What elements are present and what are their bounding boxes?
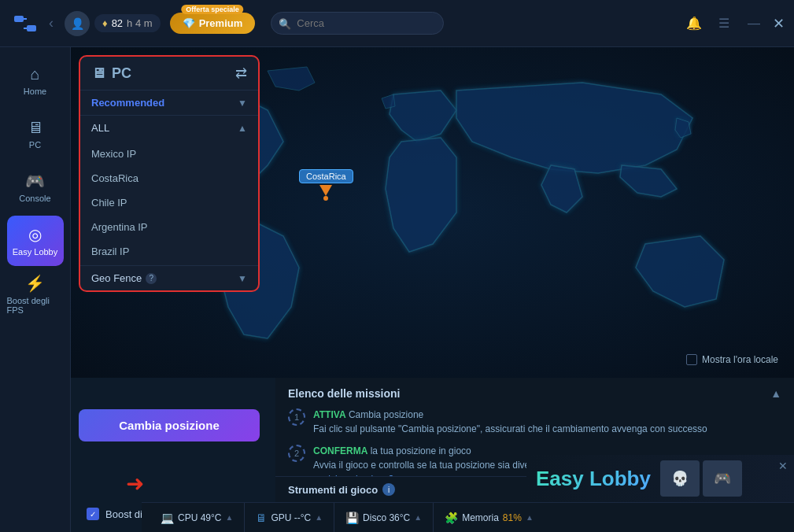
all-section[interactable]: ALL ▲ xyxy=(80,116,258,140)
easy-lobby-overlay: Easy Lobby 💀 🎮 ✕ xyxy=(526,455,794,502)
status-cpu: 💻 CPU 49°C ▲ xyxy=(150,503,245,532)
easy-lobby-thumb-1: 💀 xyxy=(660,460,700,497)
sidebar-item-console[interactable]: 🎮 Console xyxy=(7,162,64,212)
server-item-chile[interactable]: Chile IP xyxy=(80,190,258,215)
local-time-label: Mostra l'ora locale xyxy=(702,354,778,365)
mission-num-2: 2 xyxy=(288,445,305,462)
minimize-icon[interactable]: — xyxy=(743,13,765,35)
server-item-costarica[interactable]: CostaRica xyxy=(80,166,258,190)
platform-icon: 🖥 xyxy=(91,65,105,82)
sidebar-item-easy-lobby[interactable]: ◎ Easy Lobby xyxy=(7,216,64,266)
cpu-arrow: ▲ xyxy=(225,513,233,522)
sidebar-item-label: PC xyxy=(29,140,41,150)
mission-header: Elenco delle missioni ▲ xyxy=(288,387,781,400)
recommended-chevron: ▼ xyxy=(238,98,247,109)
mission-title: Elenco delle missioni xyxy=(288,387,400,400)
geo-fence-chevron: ▼ xyxy=(238,273,247,284)
search-input[interactable] xyxy=(271,12,444,35)
search-icon: 🔍 xyxy=(279,17,291,29)
svg-rect-0 xyxy=(14,16,24,22)
console-icon: 🎮 xyxy=(25,172,45,190)
server-item-mexico[interactable]: Mexico IP xyxy=(80,142,258,166)
menu-icon[interactable]: ☰ xyxy=(713,13,735,35)
arrow-indicator: ➜ xyxy=(126,471,144,497)
recommended-label: Recommended xyxy=(91,97,164,109)
pin-dot xyxy=(323,196,328,201)
switch-platform-button[interactable]: ⇄ xyxy=(235,65,247,82)
xp-display: ♦ 82 h 4 m xyxy=(94,14,161,32)
back-button[interactable]: ‹ xyxy=(49,15,54,31)
status-bar: 💻 CPU 49°C ▲ 🖥 GPU --°C ▲ 💾 Disco 36°C ▲… xyxy=(142,502,794,532)
disk-arrow: ▲ xyxy=(414,513,422,522)
map-pin: CostaRica xyxy=(299,169,353,201)
geo-fence-label: Geo Fence xyxy=(91,272,142,284)
avatar: 👤 xyxy=(65,11,90,36)
disk-label: Disco 36°C xyxy=(363,512,410,523)
dropdown-panel: 🖥 PC ⇄ Recommended ▼ ALL ▲ Mexico IP Cos… xyxy=(79,55,260,292)
change-position-button[interactable]: Cambia posizione xyxy=(79,409,260,441)
sidebar-item-label: Console xyxy=(19,194,50,203)
sidebar-item-boost-fps[interactable]: ⚡ Boost degli FPS xyxy=(7,269,64,320)
premium-label: Premium xyxy=(199,17,243,29)
mission-text-1: ATTIVA Cambia posizione Fai clic sul pul… xyxy=(313,408,707,436)
boost-discord-checkbox[interactable]: ✓ xyxy=(87,508,99,520)
easy-lobby-overlay-text: Easy Lobby xyxy=(536,467,651,491)
recommended-section[interactable]: Recommended ▼ xyxy=(80,91,258,115)
mission-collapse-button[interactable]: ▲ xyxy=(770,387,781,400)
dropdown-header: 🖥 PC ⇄ xyxy=(80,57,258,91)
svg-rect-1 xyxy=(27,25,36,31)
search-bar[interactable]: 🔍 xyxy=(271,12,444,35)
tools-label: Strumenti di gioco xyxy=(288,484,378,496)
easy-lobby-close-button[interactable]: ✕ xyxy=(778,460,788,472)
pin-label: CostaRica xyxy=(299,169,353,183)
server-list: Mexico IP CostaRica Chile IP Argentina I… xyxy=(80,140,258,265)
sidebar-item-home[interactable]: ⌂ Home xyxy=(7,55,64,105)
memory-label: Memoria xyxy=(462,512,499,523)
easy-lobby-thumb-2: 🎮 xyxy=(703,460,742,497)
status-memory: 🧩 Memoria 81% ▲ xyxy=(434,503,545,532)
server-name: Brazil IP xyxy=(91,246,129,257)
server-name: Argentina IP xyxy=(91,221,148,233)
local-time-row: Mostra l'ora locale xyxy=(686,354,778,365)
geo-fence-left: Geo Fence ? xyxy=(91,272,157,284)
status-gpu: 🖥 GPU --°C ▲ xyxy=(245,503,334,532)
sidebar-item-label: Boost degli FPS xyxy=(7,296,64,315)
geo-fence-section[interactable]: Geo Fence ? ▼ xyxy=(80,266,258,290)
all-chevron: ▲ xyxy=(238,123,247,134)
sidebar-item-label: Easy Lobby xyxy=(13,247,57,257)
tools-info-icon[interactable]: i xyxy=(382,483,395,496)
server-name: CostaRica xyxy=(91,172,138,184)
geo-fence-help-icon[interactable]: ? xyxy=(146,273,157,284)
premium-button-wrap[interactable]: Offerta speciale 💎 Premium xyxy=(170,13,256,34)
premium-icon: 💎 xyxy=(183,17,195,29)
gpu-arrow: ▲ xyxy=(315,513,323,522)
pin-arrow xyxy=(319,185,332,196)
premium-button[interactable]: 💎 Premium xyxy=(170,13,256,34)
memory-value: 81% xyxy=(503,512,522,523)
platform-label: PC xyxy=(112,65,131,82)
all-label: ALL xyxy=(91,122,109,134)
premium-badge: Offerta speciale xyxy=(181,5,244,14)
server-item-argentina[interactable]: Argentina IP xyxy=(80,215,258,239)
cpu-icon: 💻 xyxy=(161,512,174,524)
main-content: CostaRica Mostra l'ora locale 🖥 PC ⇄ Rec… xyxy=(71,47,794,532)
mission-num-1: 1 xyxy=(288,408,305,426)
server-item-brazil[interactable]: Brazil IP xyxy=(80,239,258,264)
topbar-right: 🔔 ☰ — ✕ xyxy=(683,13,785,35)
memory-arrow: ▲ xyxy=(526,513,534,522)
pc-icon: 🖥 xyxy=(28,119,43,137)
topbar: ‹ 👤 ♦ 82 h 4 m Offerta speciale 💎 Premiu… xyxy=(0,0,794,47)
server-name: Chile IP xyxy=(91,197,127,209)
mission-item-1: 1 ATTIVA Cambia posizione Fai clic sul p… xyxy=(288,408,781,436)
gpu-icon: 🖥 xyxy=(256,512,267,524)
easy-lobby-icon: ◎ xyxy=(28,225,42,244)
close-button[interactable]: ✕ xyxy=(773,15,785,32)
platform-selector[interactable]: 🖥 PC xyxy=(91,65,131,82)
local-time-checkbox[interactable] xyxy=(686,354,697,365)
sidebar-item-label: Home xyxy=(24,87,46,96)
notification-icon[interactable]: 🔔 xyxy=(683,13,705,35)
sidebar: ⌂ Home 🖥 PC 🎮 Console ◎ Easy Lobby ⚡ Boo… xyxy=(0,47,71,532)
disk-icon: 💾 xyxy=(345,512,359,524)
cpu-label: CPU 49°C xyxy=(178,512,221,523)
sidebar-item-pc[interactable]: 🖥 PC xyxy=(7,109,64,159)
